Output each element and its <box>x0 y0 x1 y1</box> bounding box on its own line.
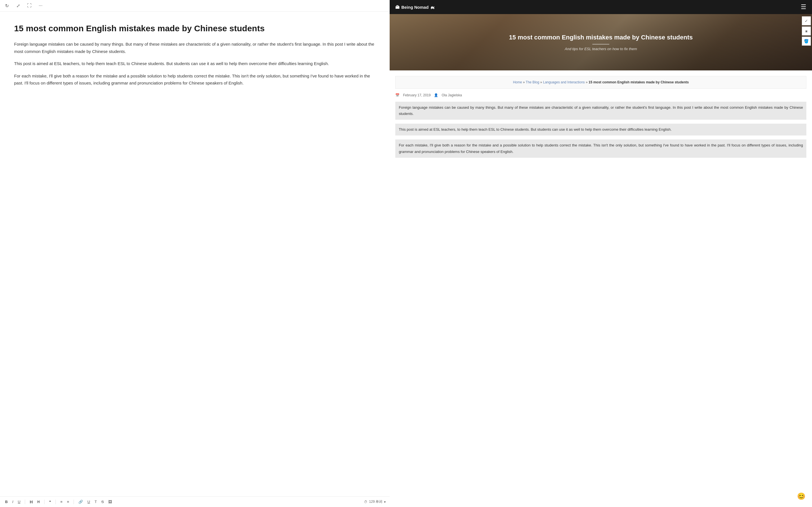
hero-subtitle: And tips for ESL teachers on how to fix … <box>565 47 637 51</box>
share-icon: ⤢ <box>16 3 20 8</box>
quote-button[interactable]: ❝ <box>48 499 52 504</box>
post-paragraph-2: This post is aimed at ESL teachers, to h… <box>395 124 806 135</box>
browser-preview-panel: 🏔 Being Nomad 🏍 ☰ 15 most common English… <box>390 0 812 507</box>
content-area: Home » The Blog » Languages and Interact… <box>390 70 812 167</box>
checkmark-icon: ✓ <box>805 18 808 23</box>
breadcrumb-home-link[interactable]: Home <box>513 80 522 84</box>
strikethrough-button[interactable]: S <box>100 499 105 504</box>
divider-1 <box>25 500 25 504</box>
breadcrumb: Home » The Blog » Languages and Interact… <box>395 76 806 89</box>
editor-title: 15 most common English mistakes made by … <box>14 23 375 34</box>
breadcrumb-current: 15 most common English mistakes made by … <box>589 80 689 84</box>
stack-icon: 🪣 <box>804 39 809 43</box>
text-t-button[interactable]: T <box>94 499 98 504</box>
editor-paragraph-3: For each mistake, I'll give both a reaso… <box>14 72 375 87</box>
share-button[interactable]: ⤢ <box>15 2 21 9</box>
more-button[interactable]: ··· <box>37 2 44 9</box>
divider-4 <box>73 500 74 504</box>
checkmark-sidebar-button[interactable]: ✓ <box>802 16 811 25</box>
underline-button[interactable]: U <box>17 499 21 504</box>
post-paragraph-1: Foreign language mistakes can be caused … <box>395 102 806 120</box>
code-sidebar-button[interactable]: ▣ <box>802 26 811 36</box>
heading2-button[interactable]: H <box>36 499 41 504</box>
dropdown-arrow-icon[interactable]: ▾ <box>384 500 386 504</box>
divider-2 <box>44 500 45 504</box>
heading1-button[interactable]: H <box>29 499 34 505</box>
post-paragraph-3: For each mistake, I'll give both a reaso… <box>395 139 806 158</box>
hamburger-menu-button[interactable]: ☰ <box>801 3 806 11</box>
right-sidebar: ✓ ▣ 🪣 <box>801 14 812 48</box>
expand-button[interactable]: ⛶ <box>26 2 33 9</box>
post-meta: 📅 February 17, 2019 👤 Ola Jagielska <box>395 93 806 97</box>
link-button[interactable]: 🔗 <box>77 499 84 504</box>
word-count-label[interactable]: 129 单词 <box>369 499 382 504</box>
editor-panel: ↻ ⤢ ⛶ ··· 15 most common English mistake… <box>0 0 390 507</box>
smiley-icon: 😊 <box>797 492 806 500</box>
breadcrumb-sep-2: » <box>540 80 543 84</box>
logo-icon: 🏔 <box>395 5 400 10</box>
list-ul-button[interactable]: ≡ <box>59 499 64 504</box>
post-date: February 17, 2019 <box>403 93 430 97</box>
editor-content-area[interactable]: 15 most common English mistakes made by … <box>0 11 390 496</box>
stack-sidebar-button[interactable]: 🪣 <box>802 37 811 46</box>
image-button[interactable]: 🖼 <box>107 499 113 504</box>
refresh-icon: ↻ <box>5 3 9 8</box>
site-logo: 🏔 Being Nomad 🏍 <box>395 5 435 10</box>
post-author: Ola Jagielska <box>442 93 462 97</box>
refresh-button[interactable]: ↻ <box>3 2 10 9</box>
list-ol-button[interactable]: ≡ <box>66 499 70 504</box>
editor-paragraph-2: This post is aimed at ESL teachers, to h… <box>14 60 375 67</box>
editor-toolbar-top: ↻ ⤢ ⛶ ··· <box>0 0 390 11</box>
hero-title: 15 most common English mistakes made by … <box>509 34 693 42</box>
hero-overlay: 15 most common English mistakes made by … <box>390 14 812 70</box>
logo-text: Being Nomad <box>401 5 428 10</box>
more-icon: ··· <box>39 3 42 8</box>
clock-icon: ⏱ <box>364 500 367 504</box>
logo-icon-2: 🏍 <box>430 5 435 10</box>
underline2-button[interactable]: U <box>86 499 91 504</box>
browser-frame[interactable]: 🏔 Being Nomad 🏍 ☰ 15 most common English… <box>390 0 812 507</box>
breadcrumb-category-link[interactable]: Languages and Interactions <box>543 80 585 84</box>
floating-emoji-button[interactable]: 😊 <box>796 491 806 501</box>
author-icon: 👤 <box>434 93 438 97</box>
editor-paragraph-1: Foreign language mistakes can be caused … <box>14 41 375 55</box>
bold-button[interactable]: B <box>4 499 9 504</box>
site-header: 🏔 Being Nomad 🏍 ☰ <box>390 0 812 14</box>
editor-toolbar-bottom: B I U H H ❝ ≡ ≡ 🔗 U T S 🖼 ⏱ 129 单词 ▾ <box>0 496 390 507</box>
word-count-area: ⏱ 129 单词 ▾ <box>364 499 386 504</box>
expand-icon: ⛶ <box>27 3 32 8</box>
code-icon: ▣ <box>806 29 808 33</box>
breadcrumb-sep-1: » <box>523 80 526 84</box>
calendar-icon: 📅 <box>395 93 400 97</box>
breadcrumb-blog-link[interactable]: The Blog <box>526 80 539 84</box>
hero-section: 15 most common English mistakes made by … <box>390 14 812 70</box>
breadcrumb-sep-3: » <box>586 80 589 84</box>
italic-button[interactable]: I <box>11 499 14 504</box>
hero-divider-line <box>592 44 609 45</box>
